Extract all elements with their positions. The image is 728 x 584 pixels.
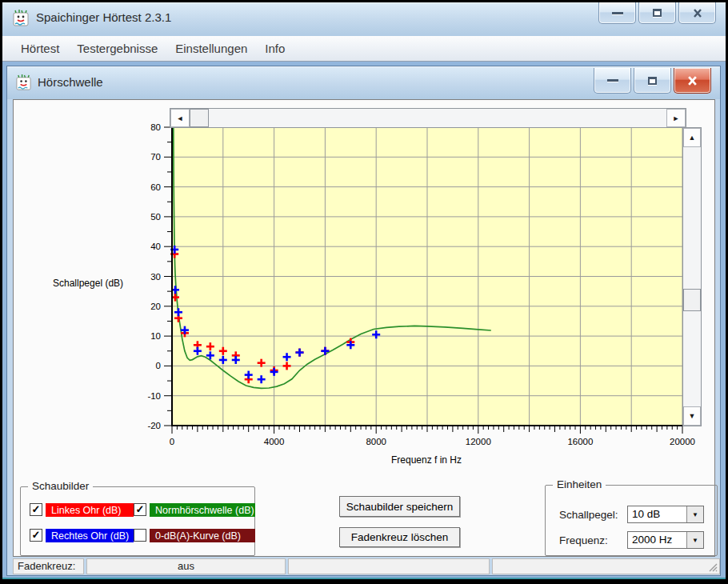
main-window: Spaichinger Hörtest 2.3.1 HörtestTesterg…	[2, 2, 726, 579]
mdi-area: Hörschwelle 0400080001200016000200008070…	[2, 62, 726, 578]
h-scrollbar[interactable]: ◄ ►	[170, 108, 686, 128]
y-tick-label: -20	[147, 421, 161, 430]
legend-item-linkes-ohr-db: ✓Linkes Ohr (dB)	[30, 503, 134, 517]
maximize-icon	[648, 77, 657, 85]
frequency-label: Frequenz:	[559, 534, 608, 546]
chevron-down-icon[interactable]: ▼	[686, 506, 703, 522]
y-tick-label: 40	[150, 242, 161, 251]
close-button[interactable]	[678, 2, 716, 24]
legend-label: Normhörschwelle (dB)	[150, 503, 255, 517]
screen: Spaichinger Hörtest 2.3.1 HörtestTesterg…	[0, 0, 728, 584]
child-window: Hörschwelle 0400080001200016000200008070…	[6, 66, 721, 576]
legend-item-0-db-a-kurve-db: 0-dB(A)-Kurve (dB)	[134, 529, 255, 542]
close-icon	[687, 76, 698, 86]
sound-level-select[interactable]: 10 dB ▼	[627, 506, 704, 523]
x-tick-label: 8000	[366, 437, 386, 446]
x-tick-label: 4000	[264, 437, 285, 446]
scroll-left-button[interactable]: ◄	[170, 109, 190, 127]
y-axis-title: Schallpegel (dB)	[53, 278, 165, 289]
y-tick-label: 50	[150, 212, 161, 222]
app-icon	[12, 10, 30, 27]
maximize-button[interactable]	[638, 2, 676, 24]
legend-label: Linkes Ohr (dB)	[46, 503, 134, 517]
scroll-down-button[interactable]: ▼	[683, 406, 701, 426]
y-tick-label: 10	[150, 331, 161, 341]
status-crosshair-label: Fadenkreuz:	[13, 558, 84, 574]
status-crosshair-value: aus	[86, 558, 286, 574]
legend-item-rechtes-ohr-db: ✓Rechtes Ohr (dB)	[30, 529, 134, 542]
legend-item-normhörschwelle-db: ✓Normhörschwelle (dB)	[134, 503, 255, 517]
menu-bar: HörtestTestergebnisseEinstellungenInfo	[2, 36, 726, 62]
x-tick-label: 12000	[466, 437, 491, 446]
y-tick-label: 70	[150, 152, 161, 162]
window-title: Spaichinger Hörtest 2.3.1	[36, 10, 171, 24]
clear-crosshair-button[interactable]: Fadenkreuz löschen	[339, 527, 460, 547]
frequency-select[interactable]: 2000 Hz ▼	[627, 531, 704, 549]
child-maximize-button[interactable]	[634, 68, 671, 94]
child-window-title: Hörschwelle	[38, 75, 103, 89]
app-icon	[15, 74, 32, 91]
x-tick-label: 20000	[670, 437, 695, 446]
y-tick-label: 60	[150, 182, 161, 192]
units-groupbox: Einheiten Schallpegel: 10 dB ▼ Frequenz:…	[545, 485, 718, 556]
menu-item-testergebnisse[interactable]: Testergebnisse	[68, 38, 166, 59]
x-tick-label: 0	[170, 437, 174, 446]
child-minimize-button[interactable]	[594, 68, 631, 94]
maximize-icon	[653, 9, 662, 17]
sound-level-label: Schallpegel:	[559, 509, 618, 521]
child-close-button[interactable]	[674, 68, 711, 94]
main-titlebar[interactable]: Spaichinger Hörtest 2.3.1	[2, 2, 726, 36]
sound-level-value: 10 dB	[628, 506, 686, 522]
minimize-icon	[607, 79, 618, 82]
legend-group-title: Schaubilder	[28, 480, 93, 492]
y-tick-label: 80	[150, 122, 161, 132]
legend-grid: ✓Linkes Ohr (dB)✓Normhörschwelle (dB)✓Re…	[30, 503, 255, 542]
scroll-right-button[interactable]: ►	[666, 109, 686, 127]
units-group-title: Einheiten	[553, 478, 606, 490]
menu-item-hörtest[interactable]: Hörtest	[12, 38, 68, 59]
child-titlebar[interactable]: Hörschwelle	[7, 66, 720, 99]
y-tick-label: -10	[147, 391, 161, 401]
chevron-down-icon[interactable]: ▼	[686, 532, 703, 548]
checkbox-linkes-ohr-db[interactable]: ✓	[30, 503, 42, 516]
y-tick-label: 20	[150, 302, 161, 311]
status-panel-empty	[288, 558, 490, 574]
status-panel-empty	[492, 558, 720, 574]
legend-label: Rechtes Ohr (dB)	[46, 529, 134, 542]
checkbox-0-db-a-kurve-db[interactable]	[134, 529, 146, 542]
status-bar: Fadenkreuz: aus	[13, 558, 720, 574]
x-tick-label: 16000	[567, 437, 593, 446]
checkbox-normhörschwelle-db[interactable]: ✓	[134, 503, 146, 516]
close-icon	[693, 9, 702, 18]
legend-label: 0-dB(A)-Kurve (dB)	[150, 529, 255, 542]
save-charts-button[interactable]: Schaubilder speichern	[339, 496, 460, 517]
checkbox-rechtes-ohr-db[interactable]: ✓	[30, 529, 42, 542]
menu-item-einstellungen[interactable]: Einstellungen	[166, 38, 256, 59]
h-scroll-thumb[interactable]	[190, 109, 209, 127]
scroll-up-button[interactable]: ▲	[683, 128, 701, 147]
menu-item-info[interactable]: Info	[256, 38, 294, 59]
minimize-button[interactable]	[598, 2, 636, 24]
frequency-value: 2000 Hz	[628, 532, 686, 548]
v-scroll-thumb[interactable]	[683, 289, 701, 311]
chart-panel: 0400080001200016000200008070605040302010…	[13, 99, 715, 557]
resize-grip-icon[interactable]	[708, 562, 718, 573]
v-scrollbar[interactable]: ▲ ▼	[682, 127, 702, 426]
legend-groupbox: Schaubilder ✓Linkes Ohr (dB)✓Normhörschw…	[20, 486, 255, 556]
minimize-icon	[612, 12, 623, 14]
y-tick-label: 0	[156, 361, 161, 370]
x-axis-title: Frequenz f in Hz	[346, 454, 506, 466]
